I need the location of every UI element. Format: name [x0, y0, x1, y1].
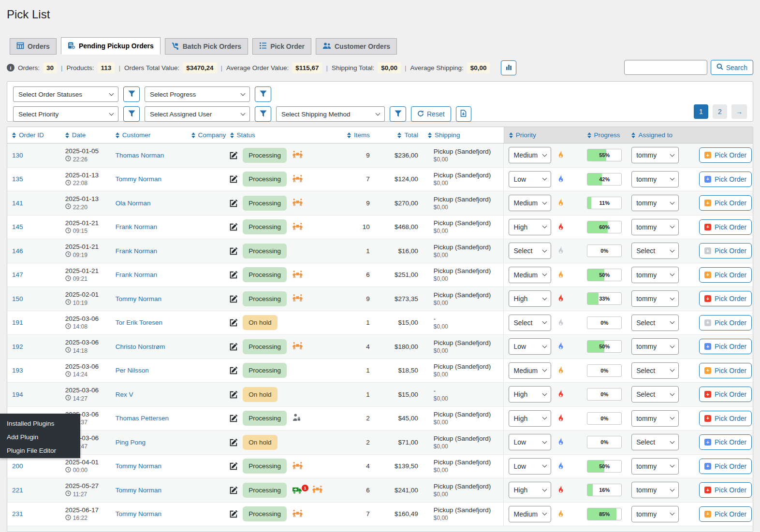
sort-icon[interactable] — [12, 132, 16, 138]
priority-select[interactable]: High — [509, 290, 551, 307]
customer-link[interactable]: Frank Norman — [116, 223, 157, 230]
priority-filter-button[interactable] — [123, 106, 140, 122]
sort-icon[interactable] — [116, 132, 119, 138]
tab-orders[interactable]: Orders — [10, 38, 57, 55]
priority-select[interactable]: Low — [509, 171, 551, 187]
export-button[interactable] — [456, 106, 471, 122]
progress-filter-button[interactable] — [255, 86, 271, 102]
edit-order-icon[interactable] — [230, 438, 238, 446]
order-id-link[interactable]: 193 — [12, 367, 23, 374]
assigned-user-select[interactable]: Select — [631, 434, 679, 450]
menu-item-add-plugin[interactable]: Add Plugin — [0, 431, 80, 444]
assigned-user-select[interactable]: tommy — [631, 267, 679, 283]
edit-order-icon[interactable] — [230, 486, 238, 494]
assigned-user-select[interactable]: Select — [631, 386, 679, 403]
priority-select[interactable]: High — [509, 410, 551, 427]
edit-order-icon[interactable] — [230, 199, 238, 207]
pick-order-button[interactable]: +Pick Order — [699, 339, 752, 354]
customer-link[interactable]: Tommy Norman — [116, 462, 161, 470]
assigned-user-select[interactable]: tommy — [631, 482, 679, 498]
priority-select[interactable]: Medium — [509, 267, 551, 283]
sort-icon[interactable] — [65, 132, 69, 138]
edit-order-icon[interactable] — [230, 390, 238, 399]
priority-select[interactable]: Select — [509, 315, 551, 331]
priority-select[interactable]: Select — [509, 243, 551, 259]
pick-order-button[interactable]: +Pick Order — [699, 195, 752, 211]
priority-select[interactable]: High — [509, 482, 551, 498]
order-id-link[interactable]: 194 — [12, 391, 23, 398]
pick-order-button[interactable]: +Pick Order — [699, 506, 752, 522]
assigned-user-select[interactable]: Select — [631, 362, 679, 379]
sort-icon[interactable] — [631, 132, 635, 138]
order-id-link[interactable]: 135 — [12, 175, 23, 183]
assigned-user-select[interactable]: tommy — [631, 171, 679, 187]
shipping-method-select[interactable]: Select Shipping Method — [276, 106, 385, 122]
order-id-link[interactable]: 146 — [12, 247, 23, 255]
priority-select[interactable]: Low — [509, 338, 551, 355]
assigned-user-select[interactable]: tommy — [631, 290, 679, 307]
reset-filters-button[interactable]: Reset — [411, 106, 451, 122]
customer-link[interactable]: Frank Norman — [116, 271, 157, 278]
pick-order-button[interactable]: +Pick Order — [699, 459, 752, 474]
priority-select[interactable]: Medium — [509, 147, 551, 163]
customer-link[interactable]: Tor Erik Toresen — [116, 319, 162, 326]
order-id-link[interactable]: 191 — [12, 319, 23, 326]
pick-order-button[interactable]: +Pick Order — [699, 267, 752, 283]
order-id-link[interactable]: 200 — [12, 462, 23, 470]
order-id-link[interactable]: 221 — [12, 487, 23, 494]
shipping-method-filter-button[interactable] — [390, 106, 406, 122]
stats-chart-button[interactable] — [501, 60, 516, 75]
customer-link[interactable]: Thomas Norman — [116, 152, 164, 159]
order-id-link[interactable]: 145 — [12, 223, 23, 230]
page-2-button[interactable]: 2 — [713, 104, 727, 119]
pick-order-button[interactable]: +Pick Order — [699, 363, 752, 378]
sort-icon[interactable] — [587, 132, 591, 138]
customer-link[interactable]: Tommy Norman — [116, 510, 161, 518]
sort-icon[interactable] — [509, 132, 513, 138]
customer-link[interactable]: Ping Pong — [116, 439, 146, 446]
priority-select[interactable]: Medium — [509, 362, 551, 379]
priority-select[interactable]: Low — [509, 434, 551, 450]
edit-order-icon[interactable] — [230, 175, 238, 183]
order-id-link[interactable]: 231 — [12, 510, 23, 518]
customer-link[interactable]: Tommy Norman — [116, 295, 161, 302]
search-button[interactable]: Search — [711, 60, 753, 75]
pick-order-button[interactable]: +Pick Order — [699, 291, 752, 306]
customer-link[interactable]: Tommy Norman — [116, 175, 161, 183]
edit-order-icon[interactable] — [230, 343, 238, 351]
pick-order-button[interactable]: +Pick Order — [699, 315, 752, 331]
sort-icon[interactable] — [347, 132, 351, 138]
edit-order-icon[interactable] — [230, 295, 238, 303]
sort-icon[interactable] — [230, 132, 234, 138]
order-id-link[interactable]: 147 — [12, 271, 23, 278]
priority-select[interactable]: Medium — [509, 506, 551, 522]
pick-order-button[interactable]: +Pick Order — [699, 482, 752, 498]
pick-order-button[interactable]: +Pick Order — [699, 243, 752, 259]
assigned-user-select[interactable]: tommy — [631, 506, 679, 522]
tab-batch-pick-orders[interactable]: Batch Pick Orders — [165, 38, 248, 55]
assigned-user-select[interactable]: tommy — [631, 219, 679, 235]
sort-icon[interactable] — [428, 132, 432, 138]
sort-icon[interactable] — [397, 132, 401, 138]
pick-order-button[interactable]: +Pick Order — [699, 411, 752, 426]
assigned-user-select[interactable]: Select Assigned User — [145, 106, 250, 122]
pick-order-button[interactable]: +Pick Order — [699, 387, 752, 402]
assigned-user-select[interactable]: tommy — [631, 410, 679, 427]
tab-pending-pickup-orders[interactable]: Pending Pickup Orders — [61, 37, 161, 55]
edit-order-icon[interactable] — [230, 151, 238, 159]
menu-item-installed-plugins[interactable]: Installed Plugins — [0, 417, 80, 431]
customer-link[interactable]: Per Nilsson — [116, 367, 149, 374]
pick-order-button[interactable]: +Pick Order — [699, 434, 752, 450]
pick-order-button[interactable]: +Pick Order — [699, 147, 752, 163]
assigned-user-filter-button[interactable] — [255, 106, 271, 122]
edit-order-icon[interactable] — [230, 223, 238, 231]
pick-order-button[interactable]: +Pick Order — [699, 219, 752, 235]
next-page-button[interactable]: → — [731, 104, 747, 119]
edit-order-icon[interactable] — [230, 510, 238, 518]
order-statuses-filter-button[interactable] — [123, 86, 140, 102]
priority-filter-select[interactable]: Select Priority — [13, 106, 118, 122]
search-input[interactable] — [624, 60, 707, 75]
order-id-link[interactable]: 150 — [12, 295, 23, 302]
customer-link[interactable]: Tommy Norman — [116, 487, 161, 494]
priority-select[interactable]: Medium — [509, 195, 551, 211]
